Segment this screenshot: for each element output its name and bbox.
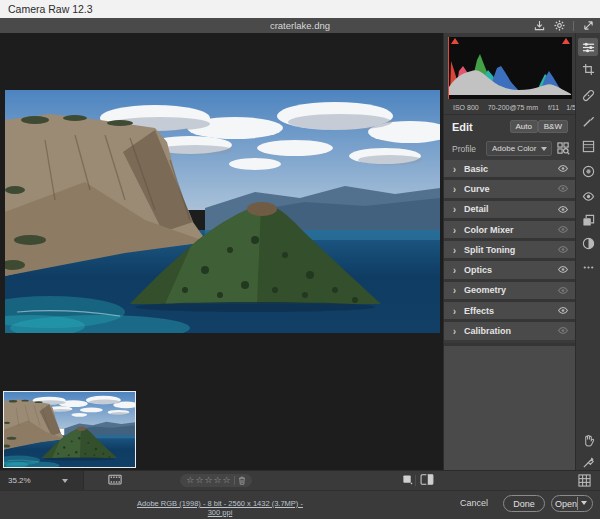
chevron-right-icon: › xyxy=(453,203,456,215)
panel-row-effects[interactable]: ›Effects xyxy=(444,302,576,319)
bw-button[interactable]: B&W xyxy=(538,120,568,133)
filmstrip-thumbnail[interactable] xyxy=(3,391,136,468)
chevron-down-icon xyxy=(541,147,547,151)
panel-row-color-mixer[interactable]: ›Color Mixer xyxy=(444,221,576,238)
adjustment-panels-list: ›Basic ›Curve ›Detail ›Color Mixer ›Spli… xyxy=(444,160,576,340)
zoom-level-dropdown[interactable]: 35.2% xyxy=(0,471,84,490)
chevron-right-icon: › xyxy=(453,325,456,337)
image-canvas[interactable] xyxy=(0,33,443,470)
panel-row-optics[interactable]: ›Optics xyxy=(444,261,576,278)
done-button[interactable]: Done xyxy=(503,495,545,512)
snapshots-tool-icon[interactable] xyxy=(580,235,596,251)
star-rating-control[interactable]: ☆ ☆ ☆ ☆ ☆ xyxy=(180,474,252,487)
radial-gradient-tool-icon[interactable] xyxy=(580,163,596,179)
bottom-toolbar: 35.2% ☆ ☆ ☆ ☆ ☆ xyxy=(0,470,600,490)
trash-icon[interactable] xyxy=(238,476,246,485)
chevron-right-icon: › xyxy=(453,224,456,236)
preferences-gear-icon[interactable] xyxy=(553,20,565,32)
chevron-right-icon: › xyxy=(453,183,456,195)
eye-icon[interactable] xyxy=(557,306,569,315)
edit-header: Edit Auto B&W xyxy=(444,114,576,138)
toolbar-divider xyxy=(415,475,416,486)
star-icon[interactable]: ☆ xyxy=(214,475,222,486)
edit-panel-column: ISO 800 70-200@75 mm f/11 1/500s Edit Au… xyxy=(443,33,575,470)
panel-empty-area xyxy=(444,343,576,470)
shadow-clipping-icon[interactable] xyxy=(451,38,459,44)
profile-label: Profile xyxy=(452,144,476,154)
eye-icon[interactable] xyxy=(557,245,569,254)
sampler-tool-icon[interactable] xyxy=(580,454,596,470)
linear-gradient-tool-icon[interactable] xyxy=(580,138,596,154)
chevron-down-icon xyxy=(62,479,68,483)
star-icon[interactable]: ☆ xyxy=(223,475,231,486)
star-icon[interactable]: ☆ xyxy=(204,475,212,486)
preview-toggle-icon[interactable] xyxy=(402,474,413,485)
chevron-right-icon: › xyxy=(453,305,456,317)
star-icon[interactable]: ☆ xyxy=(186,475,194,486)
hand-tool-icon[interactable] xyxy=(580,432,596,448)
profile-dropdown[interactable]: Adobe Color xyxy=(486,141,552,156)
highlight-clipping-icon[interactable] xyxy=(562,38,570,44)
chevron-right-icon: › xyxy=(453,284,456,296)
panel-row-geometry[interactable]: ›Geometry xyxy=(444,282,576,299)
title-bar: Camera Raw 12.3 xyxy=(0,0,600,18)
filename-label: craterlake.dng xyxy=(0,20,600,31)
more-options-icon[interactable] xyxy=(580,259,596,275)
window-title: Camera Raw 12.3 xyxy=(8,3,93,15)
filebar-divider xyxy=(573,21,574,31)
open-dropdown-chevron-icon[interactable] xyxy=(581,501,587,505)
edit-title: Edit xyxy=(452,121,473,133)
cancel-button[interactable]: Cancel xyxy=(460,498,488,508)
panel-row-split-toning[interactable]: ›Split Toning xyxy=(444,241,576,258)
eye-icon[interactable] xyxy=(557,164,569,173)
chevron-right-icon: › xyxy=(453,264,456,276)
grid-view-icon[interactable] xyxy=(578,474,591,487)
panel-row-curve[interactable]: ›Curve xyxy=(444,180,576,197)
heal-tool-icon[interactable] xyxy=(580,87,596,103)
eye-icon[interactable] xyxy=(557,265,569,274)
eye-icon[interactable] xyxy=(557,326,569,335)
edit-tool-icon[interactable] xyxy=(578,38,598,56)
red-eye-tool-icon[interactable] xyxy=(580,188,596,204)
fullscreen-expand-icon[interactable] xyxy=(582,20,594,32)
profile-browser-icon[interactable] xyxy=(557,142,570,155)
aperture-value: f/11 xyxy=(548,104,559,111)
star-icon[interactable]: ☆ xyxy=(195,475,203,486)
crop-tool-icon[interactable] xyxy=(580,61,596,77)
chevron-right-icon: › xyxy=(453,244,456,256)
profile-row: Profile Adobe Color xyxy=(444,138,576,160)
histogram[interactable] xyxy=(448,37,572,99)
footer-bar: Adobe RGB (1998) - 8 bit - 2560 x 1432 (… xyxy=(0,490,600,519)
chevron-right-icon: › xyxy=(453,163,456,175)
brush-tool-icon[interactable] xyxy=(580,113,596,129)
color-space-link[interactable]: Adobe RGB (1998) - 8 bit - 2560 x 1432 (… xyxy=(130,499,310,517)
main-photo[interactable] xyxy=(5,90,440,333)
panel-row-detail[interactable]: ›Detail xyxy=(444,201,576,218)
filename-bar: craterlake.dng xyxy=(0,18,600,33)
filmstrip-toggle-icon[interactable] xyxy=(108,474,122,486)
tool-rail xyxy=(575,33,600,470)
iso-value: ISO 800 xyxy=(453,104,479,111)
save-download-icon[interactable] xyxy=(533,20,545,32)
panel-row-calibration[interactable]: ›Calibration xyxy=(444,322,576,339)
exif-metadata-row: ISO 800 70-200@75 mm f/11 1/500s xyxy=(448,101,572,114)
eye-icon[interactable] xyxy=(557,225,569,234)
eye-icon[interactable] xyxy=(557,184,569,193)
pill-divider xyxy=(234,476,235,485)
profile-value: Adobe Color xyxy=(492,144,536,153)
auto-button[interactable]: Auto xyxy=(510,120,538,133)
before-after-icon[interactable] xyxy=(420,474,434,485)
presets-tool-icon[interactable] xyxy=(580,212,596,228)
camera-raw-window: Camera Raw 12.3 craterlake.dng xyxy=(0,0,600,519)
eye-icon[interactable] xyxy=(557,205,569,214)
eye-icon[interactable] xyxy=(557,286,569,295)
lens-value: 70-200@75 mm xyxy=(488,104,538,111)
panel-row-basic[interactable]: ›Basic xyxy=(444,160,576,177)
zoom-level-value: 35.2% xyxy=(8,476,31,485)
open-split-divider xyxy=(577,497,578,510)
